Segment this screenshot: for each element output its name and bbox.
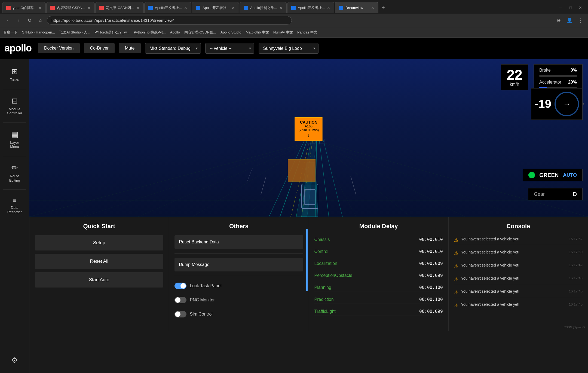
quick-start-title: Quick Start: [35, 223, 163, 230]
tab-title-2: 内容管理-CSDN...: [57, 5, 85, 10]
console-message-5: You haven't selected a vehicle yet!: [461, 302, 566, 307]
forward-button[interactable]: ›: [14, 16, 23, 25]
brake-progress-bar: [539, 75, 577, 77]
map-select-wrapper[interactable]: Sunnyvale Big Loop: [259, 43, 318, 54]
mode-select-wrapper[interactable]: Mkz Standard Debug: [145, 43, 201, 54]
content-area: CAUTION A166 (7.9m 0.0m/s) ↓ 22 km/h Bra…: [29, 59, 588, 373]
hud-speed: 22 km/h: [501, 64, 528, 90]
browser-nav-icons: ⊕ 👤 ⋮: [554, 16, 585, 25]
browser-tab-5[interactable]: Apollo开发者社... ✕: [192, 2, 239, 13]
map-select[interactable]: Sunnyvale Big Loop: [259, 43, 318, 54]
vehicle-select[interactable]: -- vehicle --: [205, 43, 254, 54]
browser-tab-8[interactable]: Dreamview ✕: [335, 2, 378, 13]
others-separator-1: [174, 253, 303, 253]
sidebar-item-tasks[interactable]: ⊞ Tasks: [0, 63, 29, 86]
bookmark-feipai[interactable]: 飞桨AI Studio · 人...: [59, 30, 90, 35]
delay-row-chassis: Chassis 00:00.010: [314, 235, 443, 244]
delay-name-perception: PerceptionObstacle: [314, 273, 353, 278]
console-warning-icon-5: ⚠: [454, 302, 458, 308]
bookmark-csdn[interactable]: 内容管理-CSDN创...: [184, 30, 216, 35]
tab-close-8[interactable]: ✕: [371, 6, 374, 10]
others-scroll-bar[interactable]: [306, 229, 308, 291]
home-button[interactable]: ⌂: [36, 16, 45, 25]
bookmark-baidu[interactable]: 百度一下: [3, 30, 17, 35]
tab-close-3[interactable]: ✕: [136, 6, 140, 10]
console-message-4: You haven't selected a vehicle yet!: [461, 289, 566, 293]
menu-icon[interactable]: ⋮: [576, 16, 585, 25]
toggle-knob-3: [175, 311, 180, 317]
browser-tab-7[interactable]: Apollo开发者社... ✕: [287, 2, 334, 13]
console-time-5: 16:17:46: [569, 302, 583, 306]
tab-close-2[interactable]: ✕: [87, 6, 91, 10]
tab-close-1[interactable]: ✕: [38, 6, 42, 10]
tab-close-5[interactable]: ✕: [232, 6, 235, 10]
delay-val-prediction: 00:00.100: [419, 297, 443, 302]
tab-favicon-6: [244, 6, 248, 10]
sidebar-item-route-editing[interactable]: ✏ Route Editing: [0, 160, 29, 186]
lock-task-panel-toggle[interactable]: [174, 283, 186, 289]
docker-version-button[interactable]: Docker Version: [38, 43, 80, 53]
minimize-button[interactable]: ─: [558, 4, 564, 11]
start-auto-button[interactable]: Start Auto: [35, 272, 163, 288]
hud-brake-row: Brake 0%: [539, 68, 577, 73]
delay-row-prediction: Prediction 00:00.100: [314, 295, 443, 304]
tab-favicon-5: [196, 6, 200, 10]
new-tab-button[interactable]: +: [379, 3, 388, 12]
browser-tab-6[interactable]: Apollo控制之旅... ✕: [240, 2, 287, 13]
dump-message-button[interactable]: Dump Message: [174, 258, 303, 271]
browser-tab-1[interactable]: yuanO的博客· ✕: [2, 2, 46, 13]
pnc-monitor-toggle[interactable]: [174, 297, 186, 303]
tab-favicon-8: [339, 6, 343, 10]
tab-close-6[interactable]: ✕: [279, 6, 283, 10]
maximize-button[interactable]: □: [567, 4, 574, 11]
reset-backend-button[interactable]: Reset Backend Data: [174, 235, 303, 249]
reload-button[interactable]: ↻: [25, 16, 34, 25]
sidebar-item-layer-menu[interactable]: ▤ Layer Menu: [0, 126, 29, 153]
sidebar-item-settings[interactable]: ⚙: [0, 352, 29, 369]
sidebar-item-data-recorder[interactable]: ≡ Data Recorder: [0, 193, 29, 218]
browser-tab-2[interactable]: 内容管理-CSDN... ✕: [46, 2, 95, 13]
bookmark-pytorch[interactable]: PYTorch是什么？_w...: [95, 30, 130, 35]
bookmark-pandas[interactable]: Pandas 中文: [297, 30, 317, 35]
console-footer: CSDN @yuanO: [564, 326, 585, 329]
setup-button[interactable]: Setup: [35, 235, 163, 250]
bookmark-pythontip[interactable]: PythonTip·挑战Pyt...: [134, 30, 166, 35]
brake-label: Brake: [539, 68, 551, 73]
sim-control-toggle[interactable]: [174, 311, 186, 317]
delay-row-planning: Planning 00:00.100: [314, 283, 443, 292]
browser-nav-bar: ‹ › ↻ ⌂ https://apollo.baidu.com/api/v1/…: [0, 14, 588, 27]
console-warning-icon-1: ⚠: [454, 250, 458, 256]
co-driver-button[interactable]: Co-Driver: [84, 43, 115, 53]
browser-tab-4[interactable]: Apollo开发者社... ✕: [144, 2, 191, 13]
tab-close-7[interactable]: ✕: [327, 6, 330, 10]
caution-detail: (7.9m 0.0m/s): [299, 128, 319, 132]
sidebar-label-data-recorder: Data Recorder: [7, 206, 22, 214]
console-row-1: ⚠ You haven't selected a vehicle yet! 16…: [454, 248, 583, 258]
sidebar-item-module-controller[interactable]: ⊟ Module Controller: [0, 93, 29, 119]
toggle-knob-1: [180, 283, 186, 289]
extensions-icon[interactable]: ⊕: [554, 16, 563, 25]
close-button[interactable]: ✕: [577, 4, 584, 11]
vehicle-select-wrapper[interactable]: -- vehicle --: [205, 43, 254, 54]
bookmark-apollo-studio[interactable]: Apollo Studio: [220, 30, 241, 34]
svg-line-23: [319, 140, 329, 217]
address-bar[interactable]: https://apollo.baidu.com/api/v1/practica…: [47, 16, 292, 25]
svg-line-16: [315, 140, 519, 217]
mode-select[interactable]: Mkz Standard Debug: [145, 43, 201, 54]
profile-icon[interactable]: 👤: [565, 16, 574, 25]
console-time-1: 16:17:50: [569, 250, 583, 254]
console-message-0: You haven't selected a vehicle yet!: [461, 237, 566, 241]
tab-close-4[interactable]: ✕: [184, 6, 187, 10]
svg-line-15: [315, 140, 465, 217]
bookmark-numpy[interactable]: NumPy 中文: [273, 30, 293, 35]
bookmark-apollo[interactable]: Apollo: [170, 30, 180, 34]
back-button[interactable]: ‹: [3, 16, 12, 25]
browser-tab-3[interactable]: 写文章-CSDN叫... ✕: [95, 2, 144, 13]
status-mode: AUTO: [563, 172, 577, 178]
bookmark-matplotlib[interactable]: Matplotlib 中文: [246, 30, 269, 35]
others-separator-2: [174, 276, 303, 276]
mute-button[interactable]: Mute: [119, 43, 141, 53]
quick-start-panel: Quick Start Setup Reset All Start Auto: [29, 217, 169, 331]
bookmark-github[interactable]: GitHub · Handopen...: [22, 30, 55, 34]
reset-all-button[interactable]: Reset All: [35, 254, 163, 269]
